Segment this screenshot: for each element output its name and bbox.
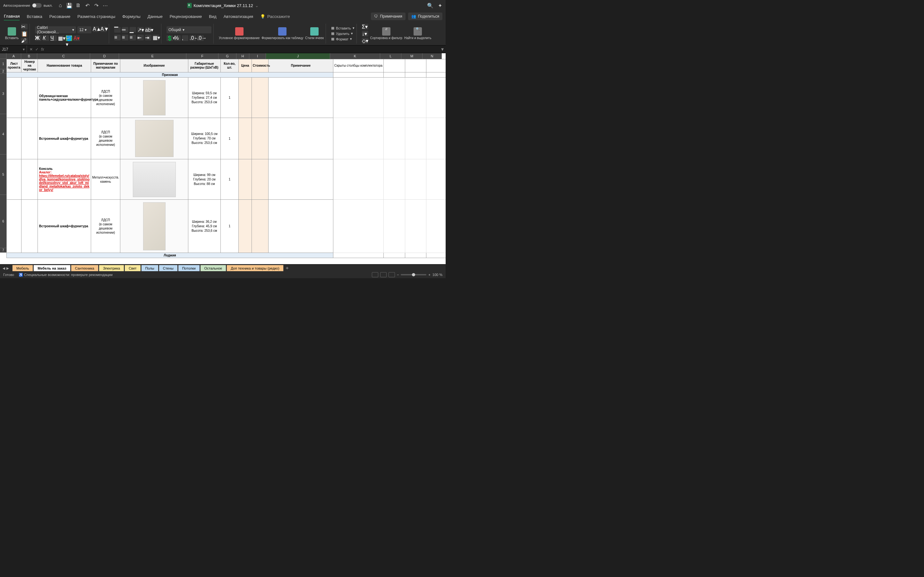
tab-formulas[interactable]: Формулы <box>122 13 141 20</box>
sheet-tab[interactable]: Потолки <box>178 265 200 271</box>
header-note[interactable]: Примечание <box>268 59 333 73</box>
chevron-down-icon[interactable]: ⌄ <box>255 3 258 8</box>
autosave-toggle[interactable]: Автосохранение выкл. <box>3 3 53 8</box>
share-button[interactable]: 👥 Поделиться <box>408 13 443 20</box>
merge-icon[interactable]: ▦▾ <box>153 35 159 40</box>
header-number[interactable]: Номер на чертеже <box>21 59 37 73</box>
copilot-icon[interactable]: ✦ <box>437 3 443 8</box>
home-icon[interactable]: ⌂ <box>58 3 63 8</box>
border-button[interactable]: ▦▾ <box>58 35 65 41</box>
align-right-icon[interactable]: ≡ <box>129 35 136 40</box>
sheet-tab[interactable]: Полы <box>141 265 158 271</box>
formula-input[interactable] <box>47 45 439 53</box>
sheet-tab[interactable]: Свет <box>124 265 141 271</box>
currency-icon[interactable]: 💲▾ <box>166 35 173 41</box>
inc-decimal-icon[interactable]: .0← <box>190 35 196 41</box>
font-name-select[interactable]: Calibri (Основной... ▾ <box>35 26 76 33</box>
sheet-tab[interactable]: Мебель на заказ <box>33 265 70 271</box>
format-as-table[interactable]: Форматировать как таблицу <box>262 27 303 40</box>
sheet-tab[interactable]: Электрика <box>99 265 124 271</box>
table-row[interactable]: Встроенный шкаф+фурнитура ЛДСП (в самом … <box>7 118 446 159</box>
sheet-tab[interactable]: Стены <box>159 265 178 271</box>
cut-icon[interactable]: ✂ <box>21 24 27 29</box>
align-bottom-icon[interactable]: ▁ <box>129 27 136 33</box>
font-size-select[interactable]: 12 ▾ <box>78 26 91 33</box>
tab-automation[interactable]: Автоматизация <box>224 13 253 20</box>
table-row[interactable]: Консоль Аналог: https://lifemebel.ru/cat… <box>7 159 446 200</box>
align-middle-icon[interactable]: ═ <box>122 27 128 33</box>
tab-review[interactable]: Рецензирование <box>170 13 202 20</box>
align-left-icon[interactable]: ≡ <box>114 35 121 40</box>
format-painter-icon[interactable]: 🖌 <box>21 38 27 44</box>
sheet-tab[interactable]: Доп техника и товары (редко) <box>226 265 283 271</box>
page-layout-view-icon[interactable] <box>380 272 387 277</box>
cell-styles[interactable]: Стили ячеек <box>305 27 324 40</box>
header-price[interactable]: Цена <box>239 59 252 73</box>
accept-formula-icon[interactable]: ✓ <box>35 47 39 52</box>
italic-button[interactable]: К <box>43 35 49 41</box>
orientation-icon[interactable]: ↗▾ <box>137 27 144 33</box>
normal-view-icon[interactable] <box>372 272 378 277</box>
section-loggia[interactable]: Лоджия <box>7 253 333 258</box>
underline-button[interactable]: Ч <box>50 35 57 41</box>
accessibility-status[interactable]: ♿ Специальные возможности: проверьте рек… <box>19 273 113 277</box>
sheet-tab[interactable]: Остальное <box>200 265 226 271</box>
spreadsheet[interactable]: A B C D E F G H I J K L M N 1 2 3 4 5 6 … <box>0 53 446 264</box>
fill-icon[interactable]: ↓▾ <box>362 31 368 37</box>
comments-button[interactable]: 🗨 Примечания <box>371 13 405 20</box>
header-cost[interactable]: Стоимость <box>252 59 268 73</box>
copy-icon[interactable]: 📋 <box>21 31 27 37</box>
header-dims[interactable]: Габаритные размеры (ШхГхВ) <box>188 59 220 73</box>
name-box[interactable]: J17▾ <box>0 45 27 53</box>
undo-icon[interactable]: ↶ <box>85 3 90 8</box>
decrease-indent-icon[interactable]: ⇤ <box>137 35 144 40</box>
tab-data[interactable]: Данные <box>148 13 163 20</box>
row-headers[interactable]: 1 2 3 4 5 6 7 <box>0 59 6 253</box>
sheet-tab[interactable]: Мебель <box>12 265 33 271</box>
decrease-font-icon[interactable]: A▼ <box>100 26 107 32</box>
dec-decimal-icon[interactable]: .0→ <box>197 35 204 41</box>
paste-button[interactable]: Вставить <box>5 27 19 40</box>
zoom-level[interactable]: 100 % <box>433 273 443 277</box>
more-icon[interactable]: ⋯ <box>103 3 108 8</box>
header-image[interactable]: Изображение <box>120 59 188 73</box>
redo-icon[interactable]: ↷ <box>94 3 99 8</box>
percent-icon[interactable]: % <box>174 35 181 41</box>
tab-view[interactable]: Вид <box>209 13 216 20</box>
align-center-icon[interactable]: ≡ <box>122 35 128 40</box>
save-icon[interactable]: 💾 <box>67 3 72 8</box>
document-title[interactable]: Комплектация_Химки 27.11.12 <box>194 3 253 8</box>
zoom-slider[interactable] <box>401 274 426 276</box>
tab-layout[interactable]: Разметка страницы <box>78 13 115 20</box>
format-cells[interactable]: ▦ Формат ▾ <box>331 37 355 41</box>
conditional-formatting[interactable]: Условное форматирование <box>219 27 260 40</box>
tab-draw[interactable]: Рисование <box>49 13 70 20</box>
header-qty[interactable]: Кол-во, шт. <box>220 59 238 73</box>
wrap-text-icon[interactable]: ab▾ <box>145 27 152 33</box>
clear-icon[interactable]: ◇▾ <box>362 38 368 44</box>
header-name[interactable]: Наименование товара <box>37 59 91 73</box>
fx-icon[interactable]: fx <box>41 47 44 52</box>
export-icon[interactable]: 🗎 <box>76 3 81 8</box>
find-select[interactable]: 🔍Найти и выделить <box>404 27 431 40</box>
product-link[interactable]: https://lifemebel.ru/catalog/stoly/dlya_… <box>39 174 89 192</box>
page-break-view-icon[interactable] <box>389 272 395 277</box>
header-hidden[interactable]: Скрыты столбцы комплектатора <box>333 59 383 73</box>
increase-font-icon[interactable]: A▲ <box>93 26 99 32</box>
data-table[interactable]: Лист проекта Номер на чертеже Наименован… <box>6 59 446 258</box>
table-row[interactable]: Обувница+мягкая панель+сидушка+валкик+фу… <box>7 77 446 118</box>
select-all-corner[interactable] <box>0 53 6 59</box>
number-format-select[interactable]: Общий ▾ <box>166 26 212 33</box>
autosum-icon[interactable]: Σ▾ <box>362 24 368 29</box>
zoom-in-icon[interactable]: + <box>428 273 430 277</box>
fill-color-button[interactable]: 🪣▾ <box>66 35 72 41</box>
section-hallway[interactable]: Прихожая <box>7 73 333 77</box>
increase-indent-icon[interactable]: ⇥ <box>145 35 152 40</box>
column-headers[interactable]: A B C D E F G H I J K L M N <box>6 53 442 59</box>
tab-home[interactable]: Главная <box>4 13 19 21</box>
font-color-button[interactable]: A▾ <box>73 35 80 41</box>
insert-cells[interactable]: ▦ Вставить ▾ <box>331 26 355 30</box>
delete-cells[interactable]: ▦ Удалить ▾ <box>331 31 355 35</box>
search-icon[interactable]: 🔍 <box>428 3 433 8</box>
formula-expand-icon[interactable]: ▾ <box>439 46 446 52</box>
